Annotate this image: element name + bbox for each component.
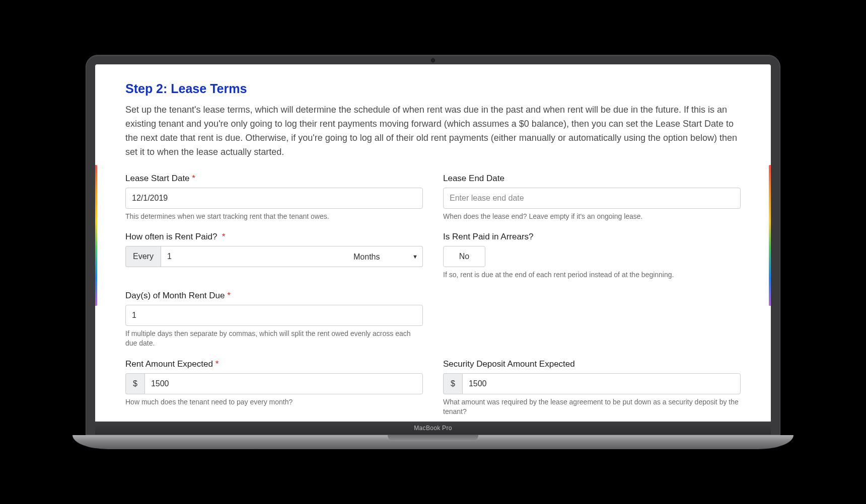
camera-notch [431, 58, 435, 62]
lease-start-label: Lease Start Date * [125, 174, 423, 184]
frequency-group: Every Months ▼ [125, 246, 423, 267]
decorative-stripe-left [95, 165, 97, 306]
laptop-base [73, 435, 793, 449]
field-lease-start: Lease Start Date * This determines when … [125, 174, 423, 221]
arrears-toggle[interactable]: No [443, 246, 485, 267]
required-mark: * [215, 359, 219, 369]
rent-amount-label: Rent Amount Expected * [125, 359, 423, 369]
step-title: Step 2: Lease Terms [125, 81, 741, 96]
row-lease-dates: Lease Start Date * This determines when … [125, 174, 741, 221]
screen: Step 2: Lease Terms Set up the tenant's … [95, 64, 771, 422]
lease-end-label: Lease End Date [443, 174, 741, 184]
label-text: Rent Amount Expected [125, 359, 213, 369]
laptop-thumb-cut [388, 435, 478, 441]
row-frequency-arrears: How often is Rent Paid? * Every Months ▼ [125, 232, 741, 280]
laptop-mockup: Step 2: Lease Terms Set up the tenant's … [86, 55, 780, 449]
empty-col [443, 291, 741, 348]
label-text: Day(s) of Month Rent Due [125, 291, 225, 300]
deposit-amount-help: What amount was required by the lease ag… [443, 397, 741, 416]
form-container: Step 2: Lease Terms Set up the tenant's … [95, 64, 771, 422]
row-due-days: Day(s) of Month Rent Due * If multiple d… [125, 291, 741, 348]
field-due-days: Day(s) of Month Rent Due * If multiple d… [125, 291, 423, 348]
field-lease-end: Lease End Date When does the lease end? … [443, 174, 741, 221]
deposit-amount-input[interactable] [462, 373, 741, 394]
row-amounts: Rent Amount Expected * $ How much does t… [125, 359, 741, 416]
laptop-bezel: Step 2: Lease Terms Set up the tenant's … [86, 55, 780, 435]
required-mark: * [227, 291, 231, 300]
field-frequency: How often is Rent Paid? * Every Months ▼ [125, 232, 423, 280]
required-mark: * [222, 232, 226, 241]
deposit-amount-group: $ [443, 373, 741, 394]
rent-amount-help: How much does the tenant need to pay eve… [125, 397, 423, 407]
lease-start-help: This determines when we start tracking r… [125, 212, 423, 221]
field-deposit-amount: Security Deposit Amount Expected $ What … [443, 359, 741, 416]
due-days-input[interactable] [125, 305, 423, 326]
lease-end-input[interactable] [443, 188, 741, 209]
due-days-label: Day(s) of Month Rent Due * [125, 291, 423, 301]
field-rent-amount: Rent Amount Expected * $ How much does t… [125, 359, 423, 416]
lease-end-help: When does the lease end? Leave empty if … [443, 212, 741, 221]
decorative-stripe-right [769, 165, 771, 306]
field-arrears: Is Rent Paid in Arrears? No If so, rent … [443, 232, 741, 280]
lease-start-input[interactable] [125, 188, 423, 209]
label-text: Lease Start Date [125, 174, 190, 183]
rent-amount-group: $ [125, 373, 423, 394]
currency-symbol: $ [443, 373, 462, 394]
arrears-label: Is Rent Paid in Arrears? [443, 232, 741, 242]
arrears-help: If so, rent is due at the end of each re… [443, 270, 741, 280]
laptop-hinge: MacBook Pro [95, 422, 771, 435]
frequency-count-input[interactable] [161, 246, 347, 267]
device-name: MacBook Pro [414, 425, 452, 432]
frequency-unit-wrap: Months ▼ [347, 246, 423, 267]
frequency-label: How often is Rent Paid? * [125, 232, 423, 242]
deposit-amount-label: Security Deposit Amount Expected [443, 359, 741, 369]
due-days-help: If multiple days then separate by commas… [125, 329, 423, 348]
rent-amount-input[interactable] [145, 373, 423, 394]
label-text: How often is Rent Paid? [125, 232, 217, 241]
step-description: Set up the tenant's lease terms, which w… [125, 103, 741, 159]
frequency-prefix: Every [125, 246, 161, 267]
required-mark: * [192, 174, 195, 183]
currency-symbol: $ [125, 373, 145, 394]
frequency-unit-select[interactable]: Months [347, 246, 423, 267]
